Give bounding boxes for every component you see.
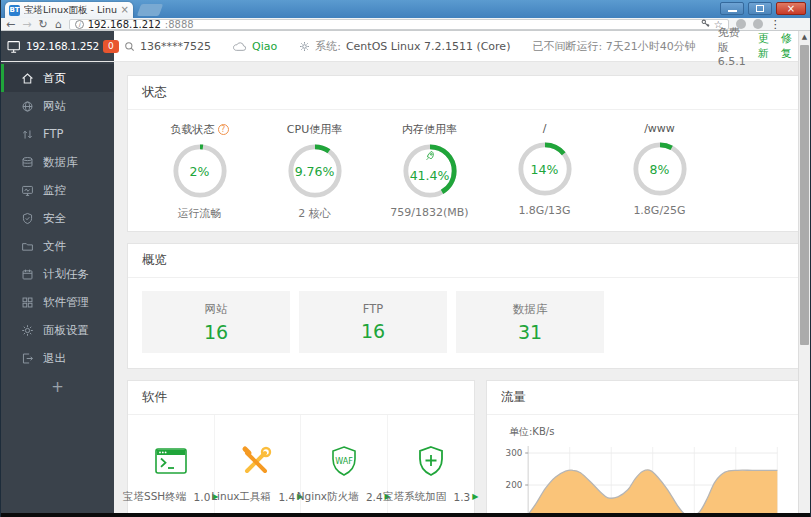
back-icon[interactable]: ←	[6, 19, 15, 30]
svg-text:200: 200	[506, 480, 523, 490]
terminal-icon	[153, 444, 189, 478]
close-icon: ×	[787, 3, 795, 14]
password-key-icon[interactable]	[701, 19, 710, 30]
overview-box-database[interactable]: 数据库 31	[456, 291, 604, 353]
sidebar-item-logout[interactable]: 退出	[1, 344, 114, 372]
search-icon	[124, 41, 135, 52]
browser-tab-bar: BT 宝塔Linux面板 - Linux版 × ×	[1, 0, 810, 18]
play-icon: ▶	[472, 492, 478, 501]
sidebar: 首页 网站 FTP 数据库 监控 安全	[1, 62, 114, 513]
shield-icon	[21, 212, 34, 225]
minimize-icon	[728, 10, 737, 12]
browser-window: BT 宝塔Linux面板 - Linux版 × × ← → ↻ ⌂ i 192.…	[0, 0, 811, 517]
shield-plus-icon	[414, 444, 448, 478]
sidebar-item-monitor[interactable]: 监控	[1, 176, 114, 204]
traffic-area-chart: 0100200300	[497, 441, 789, 513]
computer-icon	[7, 40, 22, 53]
sidebar-add-button[interactable]: +	[1, 372, 114, 402]
browser-address-bar: ← → ↻ ⌂ i 192.168.1.212:8888 ☆ ⋮	[1, 18, 810, 31]
new-tab-button[interactable]	[137, 4, 163, 16]
sidebar-item-settings[interactable]: 面板设置	[1, 316, 114, 344]
panel-header: 192.168.1.252 0 136****7525 Qiao 系统: Cen…	[1, 31, 810, 62]
page-scrollbar[interactable]: ▲	[798, 31, 810, 513]
software-card: 软件 宝塔SSH终端 1.0▶ Linux工具箱 1.4▶ WAF Ngin	[127, 380, 475, 513]
traffic-card: 流量 单位:KB/s 0100200300	[486, 380, 800, 513]
gear-icon	[299, 41, 310, 52]
overview-box-website[interactable]: 网站 16	[142, 291, 290, 353]
window-maximize-button[interactable]	[748, 2, 772, 15]
software-item-linux-toolbox[interactable]: Linux工具箱 1.4▶	[215, 415, 302, 513]
window-minimize-button[interactable]	[720, 2, 744, 15]
overview-card: 概览 网站 16 FTP 16 数据库 31	[127, 243, 800, 369]
update-link[interactable]: 更新	[758, 31, 769, 61]
overview-box-ftp[interactable]: FTP 16	[299, 291, 447, 353]
sidebar-item-files[interactable]: 文件	[1, 232, 114, 260]
cloud-icon	[233, 41, 247, 52]
monitor-icon	[21, 184, 34, 197]
sidebar-item-ftp[interactable]: FTP	[1, 120, 114, 148]
scrollbar-thumb[interactable]	[800, 45, 809, 345]
gauge-www-disk[interactable]: /www 8% 1.8G/25G	[602, 122, 717, 221]
gauge-memory[interactable]: 内存使用率 41.4% 759/1832(MB)	[372, 122, 487, 221]
url-host: 192.168.1.212	[88, 19, 161, 30]
status-card-title: 状态	[128, 76, 799, 110]
software-item-ssh-terminal[interactable]: 宝塔SSH终端 1.0▶	[128, 415, 215, 513]
sidebar-item-website[interactable]: 网站	[1, 92, 114, 120]
server-ip-block[interactable]: 192.168.1.252 0	[1, 31, 114, 61]
software-item-nginx-waf[interactable]: WAF Nginx防火墙 2.4▶	[301, 415, 388, 513]
traffic-card-title: 流量	[487, 381, 799, 415]
waf-shield-icon: WAF	[327, 444, 361, 478]
gauge-cpu[interactable]: CPU使用率 9.76% 2 核心	[257, 122, 372, 221]
sidebar-item-home[interactable]: 首页	[1, 64, 114, 92]
sidebar-item-security[interactable]: 安全	[1, 204, 114, 232]
gauge-load[interactable]: 负载状态? 2% 运行流畅	[142, 122, 257, 221]
overview-card-title: 概览	[128, 244, 799, 278]
gear-icon	[21, 324, 34, 337]
tab-close-icon[interactable]: ×	[121, 5, 129, 15]
home-icon[interactable]: ⌂	[55, 19, 62, 30]
repair-link[interactable]: 修复	[781, 31, 792, 61]
scrollbar-up-icon[interactable]: ▲	[799, 33, 810, 41]
sidebar-item-cron[interactable]: 计划任务	[1, 260, 114, 288]
svg-text:300: 300	[506, 448, 523, 458]
ftp-icon	[21, 128, 34, 141]
software-card-title: 软件	[128, 381, 474, 415]
window-close-button[interactable]: ×	[776, 2, 806, 15]
refresh-icon[interactable]: ↻	[38, 19, 47, 30]
sidebar-item-database[interactable]: 数据库	[1, 148, 114, 176]
globe-icon	[21, 100, 34, 113]
grid-icon	[21, 296, 34, 309]
database-icon	[21, 156, 34, 169]
browser-tab[interactable]: BT 宝塔Linux面板 - Linux版 ×	[5, 2, 133, 18]
calendar-icon	[21, 268, 34, 281]
toolbox-icon	[239, 444, 275, 478]
logout-icon	[21, 352, 34, 365]
software-item-system-hardening[interactable]: 宝塔系统加固 1.3▶	[388, 415, 475, 513]
url-input[interactable]: i 192.168.1.212:8888 ☆	[69, 19, 729, 30]
forward-icon[interactable]: →	[22, 19, 31, 30]
uptime-text: 已不间断运行: 7天21小时40分钟	[532, 39, 695, 54]
traffic-unit-label: 单位:KB/s	[509, 425, 789, 439]
sidebar-item-software[interactable]: 软件管理	[1, 288, 114, 316]
tab-title: 宝塔Linux面板 - Linux版	[24, 4, 117, 17]
page-info-icon[interactable]: i	[75, 20, 84, 29]
help-icon[interactable]: ?	[218, 124, 229, 135]
qq-account[interactable]: Qiao	[233, 40, 277, 53]
taskbar-edge	[1, 513, 810, 517]
status-card: 状态 负载状态? 2% 运行流畅 CPU使用率 9	[127, 75, 800, 232]
folder-icon	[21, 240, 34, 253]
system-info: 系统: CentOS Linux 7.2.1511 (Core)	[299, 39, 510, 54]
bt-favicon-icon: BT	[9, 5, 20, 16]
home-icon	[21, 72, 34, 85]
url-port: :8888	[165, 19, 194, 30]
server-ip: 192.168.1.252	[26, 40, 99, 52]
maximize-icon	[756, 5, 764, 12]
gauge-root-disk[interactable]: / 14% 1.8G/13G	[487, 122, 602, 221]
account-phone[interactable]: 136****7525	[124, 40, 211, 53]
svg-text:WAF: WAF	[335, 456, 353, 465]
dashboard-content: 状态 负载状态? 2% 运行流畅 CPU使用率 9	[114, 62, 810, 513]
